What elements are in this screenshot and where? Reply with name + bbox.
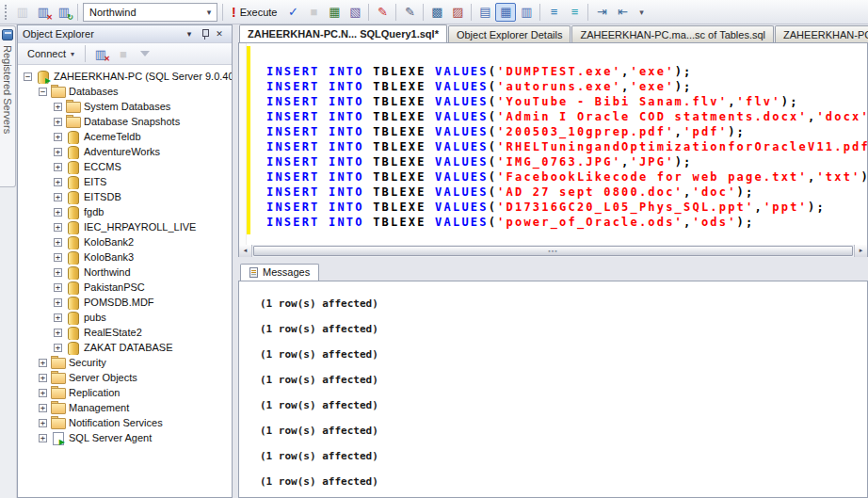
tree-item-label: AdventureWorks xyxy=(84,146,160,157)
expand-icon[interactable]: + xyxy=(54,208,62,217)
tree-item-fgdb[interactable]: +fgdb xyxy=(18,204,232,219)
message-line: (1 row(s) affected) xyxy=(260,474,867,490)
tree-item-pakistanpsc[interactable]: +PakistanPSC xyxy=(18,280,232,295)
tree-item-database-snapshots[interactable]: +Database Snapshots xyxy=(18,114,232,129)
comment-icon[interactable]: ≡ xyxy=(543,3,564,22)
execute-button[interactable]: !Execute xyxy=(226,3,282,22)
toolbar-separator xyxy=(471,4,472,21)
collapse-icon[interactable]: − xyxy=(24,72,32,81)
tree-item-kolobank3[interactable]: +KoloBank3 xyxy=(18,249,232,265)
combo-dropdown-icon[interactable]: ▾ xyxy=(201,4,217,21)
tree-item-label: System Databases xyxy=(84,101,170,112)
close-icon[interactable]: ✕ xyxy=(212,27,227,41)
disconnect-icon[interactable]: ▥✕ xyxy=(33,3,54,22)
expand-icon[interactable]: + xyxy=(54,329,62,337)
expand-icon[interactable]: + xyxy=(54,283,62,292)
estimated-plan-icon[interactable]: ▦ xyxy=(324,3,345,22)
expand-icon[interactable]: + xyxy=(39,434,47,442)
actual-plan-icon[interactable]: ▩ xyxy=(426,3,447,22)
tree-item-security[interactable]: +Security xyxy=(18,355,232,370)
tree-item-eits[interactable]: +EITS xyxy=(18,174,232,189)
toolbar-separator xyxy=(423,4,424,21)
db-icon xyxy=(66,297,79,309)
editor-hscrollbar[interactable]: ◂ ▪▪▪ ▸ xyxy=(238,245,868,257)
disconnect-icon[interactable]: ▥✕ xyxy=(90,44,111,63)
results-to-grid-icon[interactable]: ▦ xyxy=(495,3,516,22)
document-tab-3[interactable]: ZAHEERKHAN-PC.m...rds re xyxy=(775,25,868,42)
tree-item-realestate2[interactable]: +RealEState2 xyxy=(18,325,232,340)
expand-icon[interactable]: + xyxy=(54,268,62,277)
collapse-icon[interactable]: − xyxy=(39,88,47,96)
template-parameters-icon[interactable]: ✎ xyxy=(399,3,420,22)
tree-item-label: Database Snapshots xyxy=(84,116,180,127)
expand-icon[interactable]: + xyxy=(54,344,62,352)
results-to-text-icon[interactable]: ▤ xyxy=(474,3,495,22)
tree-item-system-databases[interactable]: +System Databases xyxy=(18,99,232,114)
expand-icon[interactable]: + xyxy=(39,419,47,427)
tree-item-iec-hrpayroll-live[interactable]: +IEC_HRPAYROLL_LIVE xyxy=(18,219,232,234)
expand-icon[interactable]: + xyxy=(39,389,47,397)
analyze-query-icon[interactable]: ▧ xyxy=(345,3,365,22)
sql-code[interactable]: INSERT INTO TBLEXE VALUES('DUMPTEST.exe'… xyxy=(266,64,868,230)
scroll-right-icon[interactable]: ▸ xyxy=(854,245,867,257)
tree-item-pubs[interactable]: +pubs xyxy=(18,310,232,325)
expand-icon[interactable]: + xyxy=(54,313,62,322)
indent-icon[interactable]: ⇥ xyxy=(591,3,612,22)
expand-icon[interactable]: + xyxy=(39,404,47,412)
expand-icon[interactable]: + xyxy=(39,359,47,367)
tree-item-zakat-database[interactable]: +ZAKAT DATABASE xyxy=(18,340,232,355)
expand-icon[interactable]: + xyxy=(54,163,62,171)
tree-item-notification-services[interactable]: +Notification Services xyxy=(18,415,232,430)
expand-icon[interactable]: + xyxy=(54,118,62,126)
tree-item-management[interactable]: +Management xyxy=(18,400,232,415)
tree-item-northwind[interactable]: +Northwind xyxy=(18,265,232,280)
window-menu-icon[interactable]: ▾ xyxy=(182,27,197,41)
expand-icon[interactable]: + xyxy=(54,253,62,262)
messages-pane[interactable]: (1 row(s) affected)(1 row(s) affected)(1… xyxy=(238,281,868,498)
expand-icon[interactable]: + xyxy=(54,133,62,141)
expand-icon[interactable]: + xyxy=(54,298,62,307)
expand-icon[interactable]: + xyxy=(54,193,62,201)
database-combo[interactable]: Northwind▾ xyxy=(83,3,217,22)
tree-item-zaheerkhan-pc-sql-server-9-0-4035[interactable]: −ZAHEERKHAN-PC (SQL Server 9.0.4035 xyxy=(18,69,232,84)
sql-line: INSERT INTO TBLEXE VALUES('IMG_0763.JPG'… xyxy=(266,154,868,169)
expand-icon[interactable]: + xyxy=(54,148,62,156)
tree-item-label: Security xyxy=(69,357,106,368)
tree-item-eccms[interactable]: +ECCMS xyxy=(18,159,232,174)
toolbar-separator xyxy=(222,4,223,21)
scrollbar-thumb[interactable]: ▪▪▪ xyxy=(253,246,853,256)
scroll-left-icon[interactable]: ◂ xyxy=(239,245,252,257)
results-to-file-icon[interactable]: ▥ xyxy=(516,3,537,22)
sql-editor[interactable]: INSERT INTO TBLEXE VALUES('DUMPTEST.exe'… xyxy=(238,42,868,245)
expand-icon[interactable]: + xyxy=(54,178,62,186)
design-query-icon[interactable]: ✎ xyxy=(372,3,393,22)
expand-icon[interactable]: + xyxy=(54,223,62,232)
tree-item-pomsdb-mdf[interactable]: +POMSDB.MDF xyxy=(18,295,232,310)
uncomment-icon[interactable]: ≡ xyxy=(564,3,585,22)
tree-item-server-objects[interactable]: +Server Objects xyxy=(18,370,232,385)
expand-icon[interactable]: + xyxy=(54,238,62,247)
connect-dropdown-icon: ▾ xyxy=(71,50,74,58)
change-connection-icon[interactable]: ▥↻ xyxy=(54,3,74,22)
pin-icon[interactable] xyxy=(197,27,212,41)
tree-item-kolobank2[interactable]: +KoloBank2 xyxy=(18,234,232,249)
tree-item-eitsdb[interactable]: +EITSDB xyxy=(18,189,232,204)
document-tab-1[interactable]: Object Explorer Details xyxy=(448,25,571,42)
expand-icon[interactable]: + xyxy=(39,374,47,382)
client-statistics-icon[interactable]: ▨ xyxy=(447,3,468,22)
connect-button[interactable]: Connect ▾ xyxy=(22,46,80,61)
toolbar-overflow-icon[interactable]: ▾ xyxy=(635,3,648,22)
toolbar-grip[interactable] xyxy=(5,5,8,20)
expand-icon[interactable]: + xyxy=(54,103,62,111)
messages-tab[interactable]: Messages xyxy=(240,264,319,281)
tree-item-adventureworks[interactable]: +AdventureWorks xyxy=(18,144,232,159)
tree-item-acemeteldb[interactable]: +AcemeTeldb xyxy=(18,129,232,144)
document-tab-0[interactable]: ZAHEERKHAN-PC.N... SQLQuery1.sql* xyxy=(239,24,447,42)
tree-item-replication[interactable]: +Replication xyxy=(18,385,232,400)
document-tab-2[interactable]: ZAHEERKHAN-PC.ma...sc of Tables.sql xyxy=(571,25,774,42)
outdent-icon[interactable]: ⇤ xyxy=(612,3,633,22)
tree-item-databases[interactable]: −Databases xyxy=(18,84,232,99)
parse-check-icon[interactable]: ✓ xyxy=(282,3,303,22)
tree-item-sql-server-agent[interactable]: +SQL Server Agent xyxy=(18,430,232,445)
registered-servers-tab[interactable]: Registered Servers xyxy=(0,25,16,187)
